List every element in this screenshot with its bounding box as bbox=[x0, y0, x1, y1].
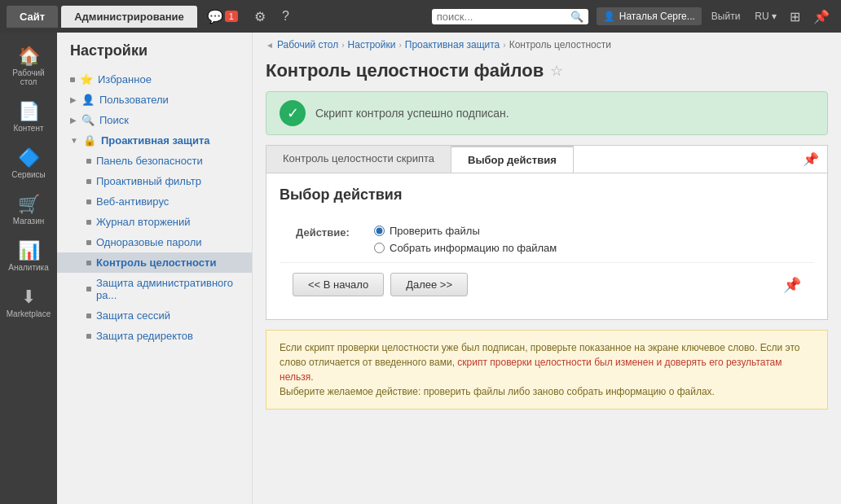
radio-label-collect-info: Собрать информацию по файлам bbox=[390, 242, 557, 254]
btn-row: << В начало Далее >> 📌 bbox=[280, 262, 814, 306]
tab-action-select[interactable]: Выбор действия bbox=[451, 146, 574, 173]
main-content: ◄ Рабочий стол › Настройки › Проактивная… bbox=[253, 33, 841, 504]
breadcrumb-sep3: › bbox=[503, 41, 505, 50]
nav-item-users[interactable]: ▶ 👤 Пользователи bbox=[57, 90, 252, 110]
sidebar-item-services[interactable]: 🔷 Сервисы bbox=[0, 141, 57, 187]
nav-link-admin-protection[interactable]: Защита административного ра... bbox=[96, 277, 239, 301]
content-icon: 📄 bbox=[18, 103, 40, 121]
panel-pin-icon: 📌 bbox=[783, 276, 801, 294]
bullet-proactive-filter bbox=[86, 179, 91, 184]
topbar: Сайт Администрирование 💬 1 ⚙ ? 🔍 👤 Натал… bbox=[0, 0, 841, 33]
bullet-web-antivirus bbox=[86, 199, 91, 204]
nav-sidebar: Настройки ⭐ Избранное ▶ 👤 Пользователи ▶… bbox=[57, 33, 253, 504]
nav-item-proactive[interactable]: ▼ 🔒 Проактивная защита bbox=[57, 130, 252, 151]
nav-link-search[interactable]: Поиск bbox=[99, 114, 129, 126]
nav-link-integrity[interactable]: Контроль целостности bbox=[96, 256, 216, 269]
lock-icon: 🔒 bbox=[83, 134, 96, 147]
sidebar-item-analytics[interactable]: 📊 Аналитика bbox=[0, 234, 57, 280]
bullet-otp bbox=[86, 240, 91, 245]
nav-link-intrusion-log[interactable]: Журнал вторжений bbox=[96, 216, 191, 228]
tab-pin-icon: 📌 bbox=[795, 146, 827, 173]
home-icon: 🏠 bbox=[18, 47, 40, 65]
help-icon-button[interactable]: ? bbox=[275, 6, 296, 27]
sidebar-item-desktop[interactable]: 🏠 Рабочий стол bbox=[0, 39, 57, 94]
sidebar-item-label-marketplace: Marketplace bbox=[7, 309, 51, 318]
tabs-bar: Контроль целостности скрипта Выбор дейст… bbox=[266, 145, 828, 173]
sidebar-item-label-content: Контент bbox=[13, 124, 43, 133]
nav-title: Настройки bbox=[57, 42, 252, 69]
nav-item-admin-protection[interactable]: Защита административного ра... bbox=[57, 273, 252, 305]
alert-success: ✓ Скрипт контроля успешно подписан. bbox=[266, 91, 828, 135]
nav-item-security-panel[interactable]: Панель безопасности bbox=[57, 151, 252, 171]
nav-item-redirect-protection[interactable]: Защита редиректов bbox=[57, 326, 252, 346]
notifications-button[interactable]: 💬 1 bbox=[200, 6, 244, 28]
check-icon: ✓ bbox=[280, 100, 306, 126]
nav-link-otp[interactable]: Одноразовые пароли bbox=[96, 236, 202, 248]
expand-search: ▶ bbox=[70, 116, 77, 125]
user-menu[interactable]: 👤 Наталья Серге... bbox=[597, 7, 702, 25]
nav-item-search[interactable]: ▶ 🔍 Поиск bbox=[57, 110, 252, 130]
nav-item-integrity[interactable]: Контроль целостности bbox=[57, 252, 252, 273]
expand-proactive: ▼ bbox=[70, 136, 78, 145]
radio-label-check-files: Проверить файлы bbox=[390, 225, 480, 237]
back-button[interactable]: << В начало bbox=[293, 273, 384, 296]
nav-link-proactive-filter[interactable]: Проактивный фильтр bbox=[96, 175, 201, 187]
form-label: Действие: bbox=[296, 225, 361, 239]
nav-link-favorites[interactable]: Избранное bbox=[98, 73, 152, 85]
logout-button[interactable]: Выйти bbox=[705, 7, 747, 25]
sidebar-item-content[interactable]: 📄 Контент bbox=[0, 94, 57, 141]
nav-item-proactive-filter[interactable]: Проактивный фильтр bbox=[57, 171, 252, 191]
next-button[interactable]: Далее >> bbox=[390, 273, 468, 296]
search-icon: 🔍 bbox=[570, 11, 583, 23]
nav-link-security-panel[interactable]: Панель безопасности bbox=[96, 155, 203, 167]
sidebar-item-shop[interactable]: 🛒 Магазин bbox=[0, 187, 57, 234]
breadcrumb-desktop[interactable]: Рабочий стол bbox=[277, 39, 338, 50]
radio-collect-info[interactable]: Собрать информацию по файлам bbox=[374, 242, 557, 254]
nav-link-users[interactable]: Пользователи bbox=[99, 94, 169, 106]
pin-icon-topbar: 📌 bbox=[808, 6, 834, 28]
sidebar-item-label-shop: Магазин bbox=[13, 217, 45, 226]
breadcrumb-proactive[interactable]: Проактивная защита bbox=[405, 39, 500, 50]
layout: 🏠 Рабочий стол 📄 Контент 🔷 Сервисы 🛒 Маг… bbox=[0, 33, 841, 504]
favorite-star-icon[interactable]: ☆ bbox=[550, 62, 563, 80]
bullet-security bbox=[86, 159, 91, 164]
nav-link-session-protection[interactable]: Защита сессий bbox=[96, 309, 170, 322]
marketplace-icon: ⬇ bbox=[21, 288, 36, 306]
nav-item-intrusion-log[interactable]: Журнал вторжений bbox=[57, 212, 252, 232]
breadcrumb-settings[interactable]: Настройки bbox=[348, 39, 396, 50]
nav-link-redirect-protection[interactable]: Защита редиректов bbox=[96, 330, 193, 342]
breadcrumb-sep1: › bbox=[341, 41, 344, 50]
star-icon: ⭐ bbox=[80, 73, 93, 85]
sidebar-item-marketplace[interactable]: ⬇ Marketplace bbox=[0, 280, 57, 327]
radio-input-collect-info[interactable] bbox=[374, 243, 385, 253]
nav-link-proactive[interactable]: Проактивная защита bbox=[101, 134, 210, 147]
notification-count: 1 bbox=[225, 11, 238, 22]
language-selector[interactable]: RU ▾ bbox=[750, 7, 782, 25]
settings-icon-button[interactable]: ⚙ bbox=[248, 6, 272, 28]
content-panel: Выбор действия Действие: Проверить файлы… bbox=[266, 173, 828, 320]
bullet-redirect-protection bbox=[86, 334, 91, 339]
site-tab[interactable]: Сайт bbox=[7, 6, 58, 28]
radio-input-check-files[interactable] bbox=[374, 226, 385, 236]
radio-check-files[interactable]: Проверить файлы bbox=[374, 225, 557, 237]
nav-item-session-protection[interactable]: Защита сессий bbox=[57, 305, 252, 326]
bullet-admin-protection bbox=[86, 287, 91, 291]
nav-item-favorites[interactable]: ⭐ Избранное bbox=[57, 69, 252, 90]
sidebar-item-label-analytics: Аналитика bbox=[8, 263, 49, 272]
nav-link-web-antivirus[interactable]: Веб-антивирус bbox=[96, 195, 169, 208]
admin-tab[interactable]: Администрирование bbox=[61, 6, 197, 28]
form-row: Действие: Проверить файлы Собрать информ… bbox=[280, 217, 814, 262]
user-nav-icon: 👤 bbox=[81, 94, 95, 106]
bullet-intrusion-log bbox=[86, 220, 91, 225]
tab-script-control[interactable]: Контроль целостности скрипта bbox=[266, 146, 451, 173]
breadcrumb-arrow-start: ◄ bbox=[266, 41, 274, 50]
breadcrumb-current: Контроль целостности bbox=[509, 39, 611, 50]
nav-item-otp[interactable]: Одноразовые пароли bbox=[57, 232, 252, 252]
nav-item-web-antivirus[interactable]: Веб-антивирус bbox=[57, 191, 252, 212]
warning-text-part3: Выберите желаемое действие: проверить фа… bbox=[280, 386, 715, 397]
search-nav-icon: 🔍 bbox=[81, 114, 95, 126]
warning-box: Если скрипт проверки целостности уже был… bbox=[266, 330, 828, 410]
shop-icon: 🛒 bbox=[18, 195, 40, 213]
search-input[interactable] bbox=[437, 11, 567, 23]
bullet-session-protection bbox=[86, 313, 91, 318]
